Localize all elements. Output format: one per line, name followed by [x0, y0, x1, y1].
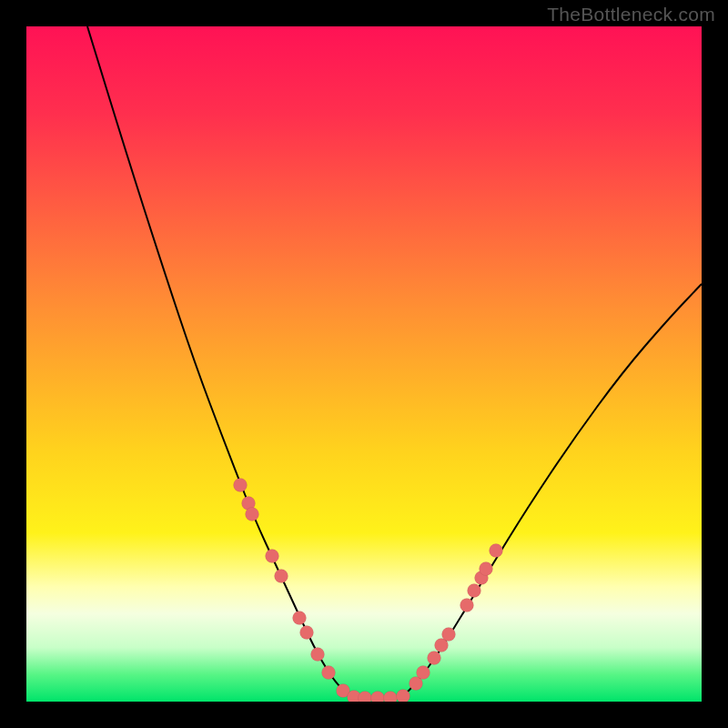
data-marker [246, 508, 259, 521]
data-marker [371, 692, 385, 703]
data-marker [311, 648, 325, 662]
data-marker [428, 652, 441, 665]
data-marker [397, 690, 410, 703]
data-marker [460, 599, 474, 612]
data-marker [480, 562, 493, 576]
data-marker [266, 550, 279, 563]
watermark-text: TheBottleneck.com [547, 4, 715, 25]
data-marker [293, 612, 307, 625]
curve-left-branch [87, 26, 352, 698]
data-marker [322, 666, 336, 680]
data-marker [234, 479, 248, 492]
chart-svg [26, 26, 702, 702]
data-marker [384, 692, 398, 703]
data-marker [300, 626, 314, 640]
data-marker [442, 628, 456, 642]
data-marker [468, 584, 481, 598]
data-marker [359, 692, 372, 703]
plot-area [26, 26, 702, 702]
chart-frame: TheBottleneck.com [0, 0, 728, 728]
data-marker [275, 570, 288, 583]
data-marker [490, 544, 503, 558]
data-marker [417, 666, 430, 680]
